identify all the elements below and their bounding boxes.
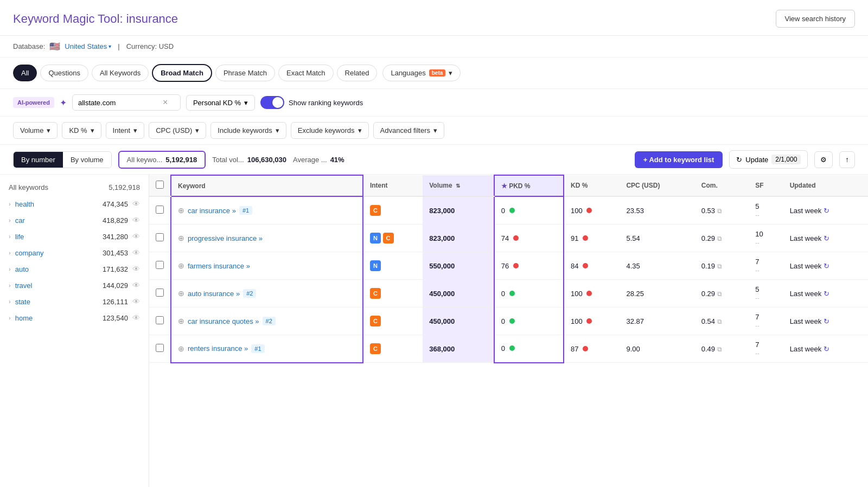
advanced-filters-button[interactable]: Advanced filters ▾	[373, 122, 445, 139]
sidebar: All keywords 5,192,918 › health 474,345 …	[0, 175, 149, 487]
updated-cell: Last week ↻	[783, 252, 868, 280]
copy-icon[interactable]: ⧉	[717, 262, 722, 270]
sidebar-item-life[interactable]: › life 341,280 👁	[0, 228, 149, 245]
add-keyword-icon[interactable]: ⊕	[178, 206, 184, 215]
refresh-icon[interactable]: ↻	[824, 234, 829, 242]
filters-row: AI-powered ✦ × Personal KD % ▾ Show rank…	[0, 89, 868, 117]
tab-phrase-match[interactable]: Phrase Match	[215, 65, 275, 81]
keyword-link[interactable]: progressive insurance »	[188, 234, 263, 242]
refresh-icon[interactable]: ↻	[824, 317, 829, 325]
all-keywords-label: All keywo...	[127, 156, 163, 164]
export-button[interactable]: ↑	[839, 151, 855, 168]
copy-icon[interactable]: ⧉	[717, 345, 722, 353]
eye-icon[interactable]: 👁	[132, 232, 140, 241]
keyword-link[interactable]: renters insurance »	[188, 344, 248, 353]
add-keyword-icon[interactable]: ⊕	[178, 234, 184, 242]
sf-column-header: SF	[749, 175, 783, 196]
sf-sub: --	[755, 294, 759, 301]
eye-icon[interactable]: 👁	[132, 297, 140, 306]
tab-exact-match[interactable]: Exact Match	[278, 65, 334, 81]
cpc-filter-button[interactable]: CPC (USD) ▾	[149, 122, 206, 139]
by-number-button[interactable]: By number	[14, 152, 63, 168]
refresh-icon[interactable]: ↻	[824, 290, 829, 298]
refresh-icon[interactable]: ↻	[824, 345, 829, 353]
sidebar-item-company[interactable]: › company 301,453 👁	[0, 245, 149, 261]
volume-cell: 823,000	[423, 196, 494, 225]
add-keyword-icon[interactable]: ⊕	[178, 317, 184, 325]
sidebar-item-state[interactable]: › state 126,111 👁	[0, 293, 149, 310]
personal-kd-button[interactable]: Personal KD % ▾	[186, 95, 255, 111]
by-volume-button[interactable]: By volume	[63, 152, 111, 168]
row-checkbox[interactable]	[156, 206, 164, 214]
sidebar-label: home	[15, 314, 98, 322]
tab-related[interactable]: Related	[337, 65, 378, 81]
keyword-link[interactable]: car insurance »	[188, 207, 236, 215]
row-checkbox[interactable]	[156, 289, 164, 297]
intent-cell: C	[363, 196, 423, 225]
add-keyword-icon[interactable]: ⊕	[178, 344, 184, 353]
sidebar-label: auto	[15, 265, 98, 273]
pkd-cell: 0	[494, 280, 564, 307]
cpc-cell: 32.87	[620, 307, 694, 335]
eye-icon[interactable]: 👁	[132, 200, 140, 208]
sidebar-item-auto[interactable]: › auto 171,632 👁	[0, 261, 149, 277]
sf-value: 7	[755, 313, 759, 321]
row-checkbox[interactable]	[156, 316, 164, 324]
ai-powered-badge: AI-powered	[13, 97, 54, 108]
eye-icon[interactable]: 👁	[132, 313, 140, 322]
volume-column-header[interactable]: Volume ⇅	[423, 175, 494, 196]
copy-icon[interactable]: ⧉	[717, 290, 722, 298]
domain-input-wrap[interactable]: ×	[72, 94, 181, 111]
add-keyword-icon[interactable]: ⊕	[178, 289, 184, 298]
eye-icon[interactable]: 👁	[132, 248, 140, 257]
view-history-button[interactable]: View search history	[776, 10, 855, 28]
chevron-down-icon: ▾	[449, 69, 452, 77]
add-keyword-icon[interactable]: ⊕	[178, 261, 184, 270]
add-to-keyword-list-button[interactable]: + Add to keyword list	[635, 151, 723, 168]
tab-broad-match[interactable]: Broad Match	[152, 64, 212, 82]
sidebar-item-home[interactable]: › home 123,540 👁	[0, 310, 149, 326]
keyword-link[interactable]: car insurance quotes »	[188, 317, 259, 325]
volume-cell: 823,000	[423, 225, 494, 252]
exclude-keywords-button[interactable]: Exclude keywords ▾	[291, 122, 369, 139]
sidebar-item-travel[interactable]: › travel 144,029 👁	[0, 277, 149, 293]
sf-sub: --	[755, 267, 759, 273]
refresh-icon[interactable]: ↻	[824, 262, 829, 270]
sidebar-item-car[interactable]: › car 418,829 👁	[0, 212, 149, 228]
row-checkbox[interactable]	[156, 344, 164, 352]
tab-all[interactable]: All	[13, 65, 37, 81]
copy-icon[interactable]: ⧉	[717, 318, 722, 325]
settings-button[interactable]: ⚙	[814, 151, 833, 168]
copy-icon[interactable]: ⧉	[717, 235, 722, 242]
sidebar-label: state	[15, 298, 98, 306]
pkd-dot	[509, 318, 515, 324]
kd-filter-button[interactable]: KD % ▾	[62, 122, 101, 139]
keyword-link[interactable]: farmers insurance »	[188, 262, 250, 270]
domain-input[interactable]	[78, 99, 159, 107]
clear-domain-button[interactable]: ×	[163, 98, 168, 107]
update-button[interactable]: ↻ Update 2/1,000	[729, 150, 808, 169]
eye-icon[interactable]: 👁	[132, 265, 140, 273]
row-checkbox[interactable]	[156, 233, 164, 241]
row-checkbox[interactable]	[156, 261, 164, 269]
include-keywords-button[interactable]: Include keywords ▾	[210, 122, 286, 139]
eye-icon[interactable]: 👁	[132, 281, 140, 290]
refresh-icon[interactable]: ↻	[824, 207, 829, 215]
eye-icon[interactable]: 👁	[132, 216, 140, 225]
tab-questions[interactable]: Questions	[40, 65, 88, 81]
country-link[interactable]: United States ▾	[65, 42, 111, 50]
database-label: Database:	[13, 42, 45, 50]
intent-filter-button[interactable]: Intent ▾	[106, 122, 145, 139]
star-icon: ★	[501, 182, 507, 190]
rank-badge: #2	[263, 317, 276, 325]
volume-filter-button[interactable]: Volume ▾	[13, 122, 58, 139]
updated-cell: Last week ↻	[783, 307, 868, 335]
sidebar-label: company	[15, 249, 98, 257]
languages-button[interactable]: Languages beta ▾	[382, 65, 461, 81]
keyword-link[interactable]: auto insurance »	[188, 290, 240, 298]
sidebar-item-health[interactable]: › health 474,345 👁	[0, 196, 149, 212]
select-all-checkbox[interactable]	[156, 181, 164, 189]
show-ranking-toggle[interactable]	[260, 96, 284, 109]
copy-icon[interactable]: ⧉	[717, 207, 722, 215]
tab-all-keywords[interactable]: All Keywords	[92, 65, 149, 81]
